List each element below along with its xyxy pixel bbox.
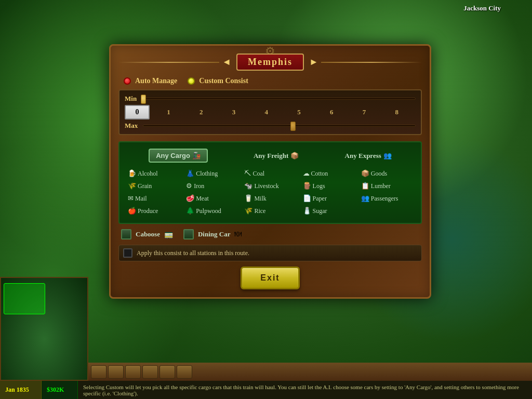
meat-icon: 🥩: [186, 194, 194, 203]
paper-icon: 📄: [303, 194, 311, 203]
cotton-label: Cotton: [311, 170, 328, 178]
status-date: Jan 1835: [0, 381, 42, 399]
alcohol-icon: 🍺: [128, 169, 136, 178]
tick-2: 2: [193, 108, 209, 116]
cargo-header-row: Any Cargo 🚂 Any Freight 📦 Any Express 👥: [126, 149, 415, 163]
cargo-milk[interactable]: 🥛 Milk: [242, 193, 298, 204]
produce-label: Produce: [138, 207, 158, 215]
auto-manage-option[interactable]: Auto Manage: [124, 77, 177, 85]
cargo-lumber[interactable]: 📋 Lumber: [359, 180, 415, 192]
min-slider-row: Min: [125, 95, 416, 103]
rice-icon: 🌾: [244, 207, 252, 215]
city-label: Jackson City: [463, 4, 501, 12]
cargo-pulpwood[interactable]: 🌲 Pulpwood: [184, 205, 240, 217]
cotton-icon: ☁: [303, 169, 310, 178]
iron-label: Iron: [194, 182, 204, 190]
slider-section: Min 0 1 2 3 4 5 6 7 8 Max: [118, 89, 422, 135]
cargo-meat[interactable]: 🥩 Meat: [184, 193, 240, 204]
sugar-icon: 🧂: [303, 207, 311, 215]
toolbar-btn-5[interactable]: [159, 365, 175, 379]
cargo-cotton[interactable]: ☁ Cotton: [301, 168, 356, 179]
produce-icon: 🍎: [128, 207, 136, 215]
max-slider-track[interactable]: [143, 125, 416, 127]
apply-route-checkbox[interactable]: [123, 248, 132, 258]
cargo-sugar[interactable]: 🧂 Sugar: [301, 205, 356, 217]
sugar-label: Sugar: [313, 207, 327, 215]
rice-label: Rice: [254, 207, 265, 215]
cargo-produce[interactable]: 🍎 Produce: [126, 205, 181, 217]
nav-right-arrow[interactable]: ►: [307, 57, 321, 68]
cargo-grain[interactable]: 🌾 Grain: [126, 180, 181, 192]
tick-1: 1: [161, 108, 176, 116]
toolbar-btn-1[interactable]: [91, 365, 107, 379]
dining-car-icon: 🍽: [234, 230, 242, 238]
slider-numbers: 0 1 2 3 4 5 6 7 8: [125, 105, 416, 119]
cargo-passengers[interactable]: 👥 Passengers: [359, 193, 415, 204]
any-freight-label: Any Freight 📦: [254, 149, 299, 163]
auto-manage-radio[interactable]: [124, 77, 131, 85]
cargo-grid: 🍺 Alcohol 👗 Clothing ⛏ Coal ☁ Cotton 📦 G…: [126, 168, 415, 217]
any-cargo-button[interactable]: Any Cargo 🚂: [149, 149, 207, 163]
milk-label: Milk: [254, 195, 266, 203]
min-slider-thumb[interactable]: [141, 95, 146, 104]
goods-icon: 📦: [361, 169, 369, 178]
livestock-icon: 🐄: [244, 182, 252, 190]
apply-route-row: Apply this consist to all stations in th…: [118, 245, 422, 261]
dialog-panel: ⚙ ◄ Memphis ► Auto Manage Custom Consist…: [109, 44, 431, 299]
goods-label: Goods: [371, 170, 387, 178]
grain-icon: 🌾: [128, 182, 136, 190]
tick-7: 7: [356, 108, 372, 116]
clothing-label: Clothing: [196, 170, 218, 178]
pulpwood-label: Pulpwood: [196, 207, 221, 215]
dining-car-option[interactable]: Dining Car 🍽: [183, 229, 242, 240]
caboose-option[interactable]: Caboose 🚃: [121, 229, 173, 240]
dining-car-checkbox[interactable]: [183, 229, 194, 240]
status-help-text: Selecting Custom will let you pick all t…: [78, 384, 532, 396]
grain-label: Grain: [138, 182, 152, 190]
cargo-clothing[interactable]: 👗 Clothing: [184, 168, 240, 179]
min-slider-track[interactable]: [143, 98, 416, 100]
toolbar-btn-6[interactable]: [177, 365, 192, 379]
toolbar-btn-3[interactable]: [125, 365, 141, 379]
caboose-checkbox[interactable]: [121, 229, 131, 240]
panel-header: ◄ Memphis ►: [118, 54, 422, 71]
exit-button[interactable]: Exit: [241, 267, 299, 289]
cargo-alcohol[interactable]: 🍺 Alcohol: [126, 168, 181, 179]
mail-label: Mail: [135, 195, 147, 203]
toolbar-btn-4[interactable]: [142, 365, 158, 379]
cargo-livestock[interactable]: 🐄 Livestock: [242, 180, 298, 192]
tick-3: 3: [226, 108, 242, 116]
custom-consist-radio[interactable]: [188, 77, 195, 85]
logs-label: Logs: [313, 182, 325, 190]
toolbar-btn-2[interactable]: [108, 365, 124, 379]
min-label: Min: [125, 95, 140, 103]
nav-left-arrow[interactable]: ◄: [219, 57, 234, 68]
meat-label: Meat: [196, 195, 209, 203]
bottom-toolbar: [88, 363, 532, 381]
cargo-area: Any Cargo 🚂 Any Freight 📦 Any Express 👥 …: [118, 141, 422, 224]
cargo-rice[interactable]: 🌾 Rice: [242, 205, 298, 217]
custom-consist-option[interactable]: Custom Consist: [188, 77, 248, 85]
controls-row: Auto Manage Custom Consist: [118, 77, 422, 85]
pulpwood-icon: 🌲: [186, 207, 194, 215]
lumber-label: Lumber: [371, 182, 391, 190]
cargo-goods[interactable]: 📦 Goods: [359, 168, 415, 179]
cargo-paper[interactable]: 📄 Paper: [301, 193, 356, 204]
minimap: [0, 277, 88, 381]
logs-icon: 🪵: [303, 182, 311, 190]
caboose-icon: 🚃: [164, 230, 173, 239]
cargo-iron[interactable]: ⚙ Iron: [184, 180, 240, 192]
cargo-logs[interactable]: 🪵 Logs: [301, 180, 356, 192]
slider-num-0[interactable]: 0: [125, 105, 150, 119]
lumber-icon: 📋: [361, 182, 369, 190]
alcohol-label: Alcohol: [138, 170, 158, 178]
minimap-inner: [1, 278, 87, 380]
cargo-mail[interactable]: ✉ Mail: [126, 193, 181, 204]
tick-6: 6: [324, 108, 339, 116]
mail-icon: ✉: [128, 194, 134, 203]
car-options-section: Caboose 🚃 Dining Car 🍽: [118, 229, 422, 240]
minimap-highlight: [4, 283, 45, 314]
dialog-title: Memphis: [248, 57, 292, 68]
max-slider-thumb[interactable]: [290, 122, 296, 131]
cargo-coal[interactable]: ⛏ Coal: [242, 168, 298, 179]
